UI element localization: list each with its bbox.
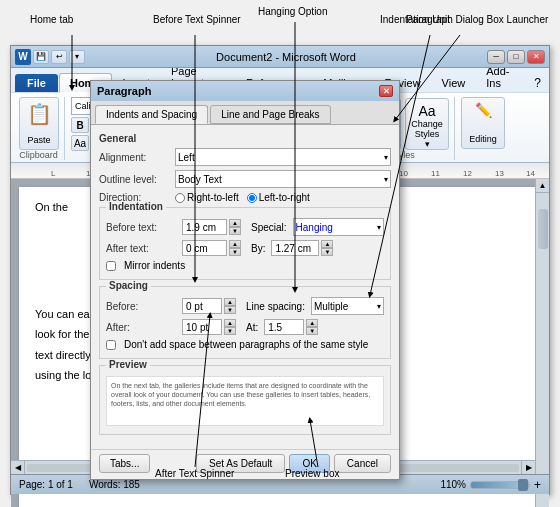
before-spacing-input[interactable]: [182, 298, 222, 314]
dialog-tab-linebreaks[interactable]: Line and Page Breaks: [210, 105, 330, 124]
line-spacing-select[interactable]: Multiple ▾: [311, 297, 384, 315]
by-input[interactable]: [271, 240, 319, 256]
direction-ltr-radio[interactable]: Left-to-right: [247, 192, 310, 203]
annotation-home-tab: Home tab: [30, 14, 73, 25]
minimize-btn[interactable]: ─: [487, 50, 505, 64]
clear-format-btn[interactable]: Aa: [71, 135, 89, 151]
tabs-btn[interactable]: Tabs...: [99, 454, 150, 473]
by-label: By:: [251, 243, 265, 254]
after-text-up-btn[interactable]: ▲: [229, 240, 241, 248]
by-down-btn[interactable]: ▼: [321, 248, 333, 256]
view-tab[interactable]: View: [432, 74, 476, 92]
at-input[interactable]: [264, 319, 304, 335]
outline-select[interactable]: Body Text ▾: [175, 170, 391, 188]
before-sp-up-btn[interactable]: ▲: [224, 298, 236, 306]
alignment-row: Alignment: Left ▾: [99, 148, 391, 166]
vertical-scrollbar[interactable]: ▲ ▼: [535, 179, 549, 507]
after-text-spinner[interactable]: ▲ ▼: [182, 240, 241, 256]
after-spacing-label: After:: [106, 322, 178, 333]
at-spinner[interactable]: ▲ ▼: [264, 319, 318, 335]
dont-add-row: Don't add space between paragraphs of th…: [106, 339, 384, 350]
dialog-button-area: Tabs... Set As Default OK Cancel: [91, 449, 399, 479]
close-btn[interactable]: ✕: [527, 50, 545, 64]
annotation-before-text-spinner: Before Text Spinner: [153, 14, 241, 25]
clipboard-group-label: Clipboard: [19, 150, 58, 160]
annotation-preview-box: Preview box: [285, 468, 339, 479]
general-section-label: General: [99, 133, 391, 144]
maximize-btn[interactable]: □: [507, 50, 525, 64]
spacing-after-row: After: ▲ ▼ At: ▲ ▼: [106, 319, 384, 335]
at-down-btn[interactable]: ▼: [306, 327, 318, 335]
indentation-label: Indentation: [106, 201, 166, 212]
dialog-title: Paragraph: [97, 85, 151, 97]
line-spacing-label: Line spacing:: [246, 301, 305, 312]
by-up-btn[interactable]: ▲: [321, 240, 333, 248]
before-text-input[interactable]: [182, 219, 227, 235]
dropdown-qat-btn[interactable]: ▾: [69, 50, 85, 64]
scroll-up-btn[interactable]: ▲: [536, 179, 549, 193]
annotation-after-text: After Text Spinner: [155, 468, 234, 479]
after-text-row: After text: ▲ ▼ By: ▲ ▼: [106, 240, 384, 256]
bold-btn[interactable]: B: [71, 117, 89, 133]
annotation-hanging-option: Hanging Option: [258, 6, 328, 17]
dont-add-checkbox[interactable]: [106, 340, 116, 350]
annotation-paragraph-dialog: Paragraph Dialog Box Launcher: [406, 14, 548, 25]
save-qat-btn[interactable]: 💾: [33, 50, 49, 64]
zoom-slider[interactable]: [470, 481, 530, 489]
dialog-tab-bar: Indents and Spacing Line and Page Breaks: [91, 101, 399, 125]
dialog-close-btn[interactable]: ✕: [379, 85, 393, 97]
preview-label: Preview: [106, 359, 150, 370]
page-info: Page: 1 of 1: [19, 479, 73, 490]
help-icon[interactable]: ?: [530, 74, 545, 92]
after-text-label: After text:: [106, 243, 178, 254]
scroll-thumb[interactable]: [538, 209, 548, 249]
by-spinner[interactable]: ▲ ▼: [271, 240, 333, 256]
mirror-label: Mirror indents: [124, 260, 185, 271]
file-tab[interactable]: File: [15, 74, 58, 92]
dialog-body: General Alignment: Left ▾ Outline level:…: [91, 125, 399, 449]
after-spacing-input[interactable]: [182, 319, 222, 335]
spacing-before-row: Before: ▲ ▼ Line spacing: Multiple ▾: [106, 297, 384, 315]
mirror-row: Mirror indents: [106, 260, 384, 271]
zoom-plus[interactable]: +: [534, 478, 541, 492]
editing-group: ✏️ Editing: [459, 97, 511, 160]
paste-btn[interactable]: 📋 Paste: [19, 97, 59, 150]
paragraph-dialog: Paragraph ✕ Indents and Spacing Line and…: [90, 80, 400, 480]
cancel-btn[interactable]: Cancel: [334, 454, 391, 473]
preview-box: On the next tab, the galleries include i…: [106, 376, 384, 426]
outline-level-row: Outline level: Body Text ▾: [99, 170, 391, 188]
before-text-down-btn[interactable]: ▼: [229, 227, 241, 235]
direction-rtl-radio[interactable]: Right-to-left: [175, 192, 239, 203]
before-text-up-btn[interactable]: ▲: [229, 219, 241, 227]
before-sp-down-btn[interactable]: ▼: [224, 306, 236, 314]
zoom-level: 110%: [440, 479, 466, 490]
after-text-input[interactable]: [182, 240, 227, 256]
after-sp-down-btn[interactable]: ▼: [224, 327, 236, 335]
title-bar: W 💾 ↩ ▾ Document2 - Microsoft Word ─ □ ✕: [11, 46, 549, 68]
after-spacing-spinner[interactable]: ▲ ▼: [182, 319, 236, 335]
alignment-label: Alignment:: [99, 152, 171, 163]
undo-qat-btn[interactable]: ↩: [51, 50, 67, 64]
at-label: At:: [246, 322, 258, 333]
before-spacing-label: Before:: [106, 301, 178, 312]
special-select[interactable]: Hanging ▾: [293, 218, 384, 236]
word-icon: W: [15, 49, 31, 65]
clipboard-group: 📋 Paste Clipboard: [17, 97, 65, 160]
mirror-checkbox[interactable]: [106, 261, 116, 271]
dialog-tab-indents[interactable]: Indents and Spacing: [95, 105, 208, 124]
dialog-title-bar: Paragraph ✕: [91, 81, 399, 101]
before-text-row: Before text: ▲ ▼ Special: Hanging ▾: [106, 218, 384, 236]
before-spacing-spinner[interactable]: ▲ ▼: [182, 298, 236, 314]
window-title: Document2 - Microsoft Word: [85, 51, 487, 63]
word-count: Words: 185: [89, 479, 140, 490]
at-up-btn[interactable]: ▲: [306, 319, 318, 327]
change-styles-btn[interactable]: Aa Change Styles ▾: [405, 98, 449, 150]
outline-label: Outline level:: [99, 174, 171, 185]
spacing-label: Spacing: [106, 280, 151, 291]
alignment-select[interactable]: Left ▾: [175, 148, 391, 166]
after-sp-up-btn[interactable]: ▲: [224, 319, 236, 327]
editing-btn[interactable]: ✏️ Editing: [461, 97, 505, 149]
after-text-down-btn[interactable]: ▼: [229, 248, 241, 256]
special-label: Special:: [251, 222, 287, 233]
before-text-spinner[interactable]: ▲ ▼: [182, 219, 241, 235]
